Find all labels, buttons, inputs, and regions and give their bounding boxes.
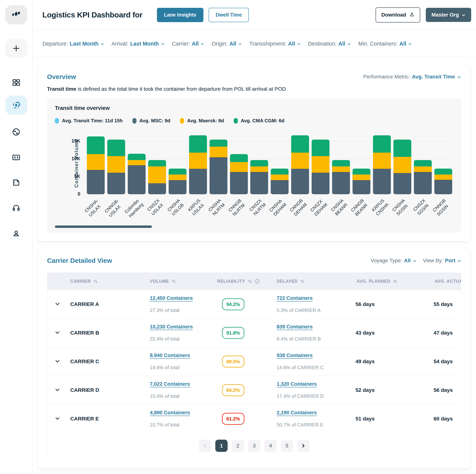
volume-link[interactable]: 10,230 Containers <box>150 324 193 330</box>
y-tick-label: 15K <box>71 138 80 144</box>
seg-cma-cgm <box>414 160 432 166</box>
sort-icon <box>300 279 305 284</box>
chart-bar-CNNGB--USLAX[interactable] <box>107 140 125 194</box>
voyage-type-dropdown[interactable]: Voyage Type: All <box>371 258 417 264</box>
volume-link[interactable]: 7,022 Containers <box>150 381 190 387</box>
pagination-page-4[interactable]: 4 <box>264 440 277 452</box>
filter-transshipment[interactable]: Transshipment:All <box>249 41 301 47</box>
volume-share: 15.4% of total <box>150 393 215 399</box>
sidebar-item-code[interactable] <box>5 148 27 167</box>
chart-horizontal-scrollbar[interactable] <box>55 225 152 228</box>
filter-value: All <box>399 41 406 47</box>
performance-metric-dropdown[interactable]: Performance Metric: Avg. Transit Time <box>363 74 461 80</box>
expand-row-button[interactable] <box>47 330 68 336</box>
pagination-page-2[interactable]: 2 <box>232 440 244 452</box>
chevron-down-icon <box>55 416 60 422</box>
seg-cma-cgm <box>332 160 350 166</box>
chart-bar-CNSZX-NLRTM[interactable] <box>250 160 268 194</box>
delayed-link[interactable]: 839 Containers <box>277 324 313 330</box>
chart-bar-CNSHA-BEANR[interactable] <box>332 160 350 194</box>
chart-bar-CNNGB-DEHAM[interactable] <box>291 135 309 194</box>
chart-bar-CNSZX-DEHAM[interactable] <box>312 140 329 194</box>
table-row-carrier-c: CARRIER C8.940 Containers19.6% of total8… <box>47 347 461 376</box>
column-header-avg--actual[interactable]: AVG. ACTUAL <box>432 279 461 284</box>
expand-row-button[interactable] <box>47 387 68 393</box>
org-selector-button[interactable]: Master Org <box>426 8 471 22</box>
delayed-link[interactable]: 722 Containers <box>277 295 313 301</box>
chart-bar-KRPUS-USLAX[interactable] <box>189 135 207 194</box>
avg-actual-value: 54 days <box>432 358 461 365</box>
chart-bar-KRPUS-CNSHA[interactable] <box>373 135 391 194</box>
pagination-next-button[interactable] <box>297 440 309 452</box>
delayed-link[interactable]: 1,320 Containers <box>277 381 317 387</box>
avg-actual-value: 47 days <box>432 330 461 336</box>
chart-bar-CNSHA-SGSIN[interactable] <box>393 140 411 194</box>
seg-msc <box>353 180 370 194</box>
sidebar-item-support[interactable] <box>5 198 27 218</box>
pagination-page-5[interactable]: 5 <box>281 440 293 452</box>
add-button[interactable] <box>5 39 27 58</box>
filter-carrier[interactable]: Carrier:All <box>172 41 204 47</box>
chart-bar-CNSHA-DEHAM[interactable] <box>271 169 289 194</box>
chart-bar-CNNGB-SGSIN[interactable] <box>434 169 452 194</box>
seg-maersk <box>332 166 350 172</box>
expand-row-button[interactable] <box>47 416 68 422</box>
chevron-down-icon <box>408 42 412 46</box>
filter-departure[interactable]: Departure:Last Month <box>42 41 104 47</box>
sidebar-item-dashboard[interactable] <box>5 73 27 92</box>
main-content: Logistics KPI Dashboard for Lane Insight… <box>33 0 476 474</box>
transit-time-chart-panel: Transit time overview Avg. Transit Time:… <box>47 98 461 233</box>
column-header-delayed[interactable]: DELAYED <box>274 279 354 284</box>
seg-maersk <box>250 166 268 172</box>
chart-bar-CNNGB-NLRTM[interactable] <box>230 154 248 194</box>
brand-logo-button[interactable] <box>5 5 27 25</box>
chart-bar-slot: ColomboHamburg <box>126 133 147 194</box>
column-header-carrier[interactable]: CARRIER <box>68 279 147 284</box>
tab-lane-insights[interactable]: Lane Insights <box>157 8 204 22</box>
sidebar-item-documents[interactable] <box>5 173 27 192</box>
chart-bar-CNSHA--USLAX[interactable] <box>87 136 105 194</box>
seg-msc <box>393 173 411 194</box>
seg-cma-cgm <box>434 169 452 174</box>
chart-bar-slot: KRPUSUSLAX <box>188 133 208 194</box>
expand-row-button[interactable] <box>47 301 68 307</box>
sidebar-item-user[interactable] <box>5 224 27 243</box>
pagination-prev-button[interactable] <box>199 440 211 452</box>
legend-item: Avg. MSC: 9d <box>132 118 170 124</box>
filter-destination[interactable]: Destination:All <box>308 41 351 47</box>
y-tick-label: 10K <box>71 156 80 162</box>
chart-bar-Colombo-Hamburg[interactable] <box>128 154 146 194</box>
column-header-reliability[interactable]: RELIABILITY <box>215 279 274 284</box>
sidebar-item-lane-insights[interactable] <box>5 96 27 115</box>
pagination-page-3[interactable]: 3 <box>248 440 260 452</box>
chart-bar-CNSZX-SGSIN[interactable] <box>414 160 432 194</box>
delayed-link[interactable]: 2,190 Containers <box>277 410 317 416</box>
chevron-down-icon <box>55 301 60 307</box>
filter-origin[interactable]: Origin:All <box>212 41 242 47</box>
volume-link[interactable]: 8.940 Containers <box>150 353 190 358</box>
tab-dwell-time[interactable]: Dwell Time <box>209 8 249 22</box>
expand-row-button[interactable] <box>47 358 68 365</box>
view-by-dropdown[interactable]: View By: Port <box>423 258 461 264</box>
seg-msc <box>434 180 452 194</box>
filter-arrival[interactable]: Arrival:Last Month <box>112 41 165 47</box>
sidebar-item-globe[interactable] <box>5 122 27 142</box>
volume-link[interactable]: 12,450 Containers <box>150 295 193 301</box>
legend-label: Avg. CMA CGM: 6d <box>241 118 285 124</box>
sort-icon <box>93 279 98 284</box>
legend-label: Avg. MSC: 9d <box>139 118 170 124</box>
chart-bar-slot: CNSZXNLRTM <box>249 133 270 194</box>
chart-bar-CNNGB-BEANR[interactable] <box>353 169 370 194</box>
chart-bar-CNSHA-USLGB[interactable] <box>169 169 187 194</box>
filter-mincontainers[interactable]: Min. Containers:All <box>358 41 412 47</box>
info-icon[interactable] <box>255 279 260 284</box>
chart-bar-CNSHA-NLRTM[interactable] <box>210 140 227 194</box>
pagination-page-1[interactable]: 1 <box>215 440 228 452</box>
column-header-volume[interactable]: VOLUME <box>147 279 215 284</box>
download-button[interactable]: Download <box>375 7 420 22</box>
chart-bar-CNSZX-USLAX[interactable] <box>148 160 166 194</box>
delayed-link[interactable]: 938 Containers <box>277 353 313 358</box>
seg-maersk <box>414 166 432 172</box>
column-header-avg--planned[interactable]: AVG. PLANNED <box>354 279 432 284</box>
volume-link[interactable]: 4,890 Containers <box>150 410 190 416</box>
